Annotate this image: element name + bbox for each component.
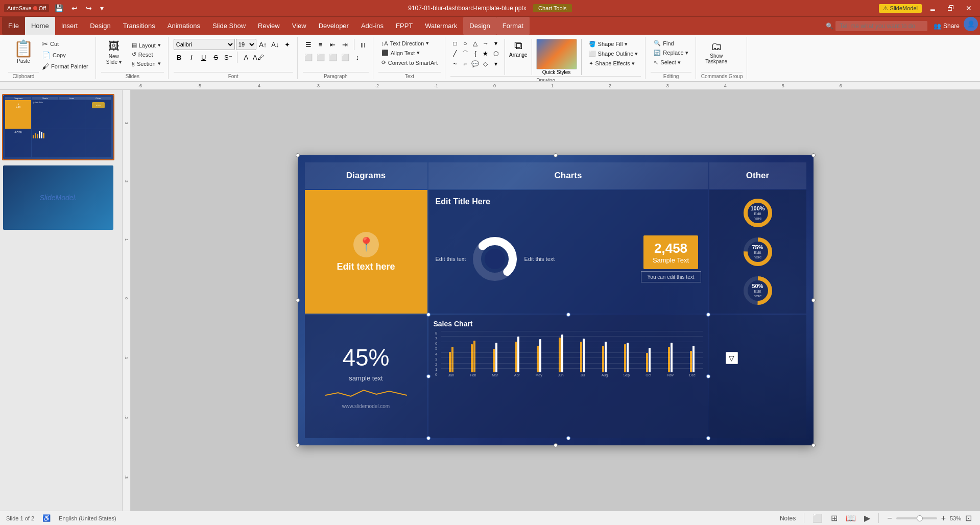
layout-button[interactable]: ▤ Layout ▾ (129, 41, 164, 50)
brace-shape[interactable]: { (471, 49, 480, 58)
shape-effects-button[interactable]: ✦ Shape Effects ▾ (586, 59, 641, 68)
chart-handle-tr[interactable] (706, 313, 710, 317)
callout-shape[interactable]: 💬 (471, 59, 480, 68)
decrease-indent-button[interactable]: ⇤ (327, 39, 339, 50)
diagrams-content-cell[interactable]: 📍 Edit text here (305, 190, 427, 314)
restore-button[interactable]: 🗗 (943, 3, 959, 13)
increase-font-button[interactable]: A↑ (257, 39, 269, 50)
quick-styles-button[interactable]: Quick Styles (536, 39, 577, 75)
chart-handle-br[interactable] (706, 436, 710, 440)
menu-chart-format[interactable]: Format (496, 17, 530, 35)
bullet-list-button[interactable]: ☰ (303, 39, 314, 50)
undo-button[interactable]: ↩ (69, 3, 80, 13)
autosave-toggle[interactable]: AutoSave Off (4, 4, 49, 12)
decrease-font-button[interactable]: A↓ (270, 39, 281, 50)
arrange-button[interactable]: ⧉ Arrange (509, 39, 528, 75)
cut-button[interactable]: ✂ Cut (39, 39, 91, 49)
menu-addins[interactable]: Add-ins (355, 17, 390, 35)
col-layout-button[interactable]: ⫼ (357, 39, 369, 50)
user-avatar[interactable]: 👤 (964, 17, 978, 31)
paste-button[interactable]: 📋 Paste (8, 37, 39, 71)
section-button[interactable]: § Section ▾ (129, 59, 164, 68)
chart-filter-button[interactable]: ▽ (726, 352, 738, 364)
arrow-shape[interactable]: → (481, 39, 490, 48)
slide-2-thumbnail[interactable]: SlideModel. (2, 164, 114, 231)
zoom-thumb[interactable] (917, 515, 923, 521)
handle-bm[interactable] (554, 443, 558, 447)
zoom-out-button[interactable]: − (885, 514, 894, 523)
slideshow-button[interactable]: ▶ (862, 513, 872, 523)
new-slide-button[interactable]: 🖼 NewSlide ▾ (101, 39, 127, 66)
menu-transitions[interactable]: Transitions (117, 17, 161, 35)
star-shape[interactable]: ★ (481, 49, 490, 58)
shape-outline-button[interactable]: ⬜ Shape Outline ▾ (586, 50, 641, 58)
chart-handle-tl[interactable] (426, 313, 431, 317)
handle-tl[interactable] (296, 153, 300, 157)
menu-home[interactable]: Home (25, 17, 55, 35)
menu-watermark[interactable]: Watermark (419, 17, 463, 35)
copy-button[interactable]: 📄 Copy (39, 50, 91, 60)
handle-tm[interactable] (554, 153, 558, 157)
chart-handle-bl[interactable] (426, 436, 431, 440)
align-right-button[interactable]: ⬜ (327, 52, 339, 63)
save-button[interactable]: 💾 (52, 3, 66, 13)
slide-sorter-button[interactable]: ⊞ (829, 513, 840, 523)
zoom-in-button[interactable]: + (939, 514, 948, 523)
flowchart-shape[interactable]: ◇ (481, 59, 490, 68)
handle-bl[interactable] (296, 443, 300, 447)
sales-chart-cell[interactable]: Sales Chart + 🖌 (428, 315, 708, 438)
font-highlight-button[interactable]: A🖊 (253, 52, 264, 63)
numbered-list-button[interactable]: ≡ (315, 39, 326, 50)
slide-1-thumbnail[interactable]: Diagrams Charts Lines Other ●Edit ◎ Edit… (2, 94, 114, 160)
line-shape[interactable]: ╱ (450, 49, 460, 58)
align-center-button[interactable]: ⬜ (315, 52, 326, 63)
justify-button[interactable]: ⬜ (340, 52, 351, 63)
notes-button[interactable]: Notes (778, 515, 798, 522)
shapes-more2[interactable]: ⬡ (491, 49, 500, 58)
find-button[interactable]: 🔍 Find (651, 39, 691, 47)
font-family-select[interactable]: Calibri (174, 39, 235, 50)
align-text-button[interactable]: ⬛ Align Text ▾ (378, 49, 441, 57)
reading-view-button[interactable]: 📖 (844, 513, 858, 523)
shape-fill-button[interactable]: 🪣 Shape Fill ▾ (586, 40, 641, 49)
charts-top-cell[interactable]: Edit Title Here Edit this text (428, 190, 708, 314)
customize-qat-button[interactable]: ▾ (98, 3, 106, 13)
menu-fppt[interactable]: FPPT (390, 17, 419, 35)
search-input[interactable] (835, 21, 927, 31)
text-shadow-button[interactable]: S⁻ (223, 52, 234, 63)
strikethrough-button[interactable]: S (210, 52, 222, 63)
menu-insert[interactable]: Insert (55, 17, 84, 35)
handle-br[interactable] (811, 443, 816, 447)
normal-view-button[interactable]: ⬜ (810, 513, 825, 523)
canvas-area[interactable]: Diagrams Charts Other 📍 Edit text here (131, 90, 980, 511)
shapes-more[interactable]: ▾ (491, 39, 500, 48)
handle-ml[interactable] (296, 298, 300, 302)
clear-format-button[interactable]: ✦ (282, 39, 293, 50)
menu-chart-design[interactable]: Design (463, 17, 496, 35)
select-button[interactable]: ↖ Select ▾ (651, 58, 691, 67)
bold-button[interactable]: B (174, 52, 185, 63)
freeform-shape[interactable]: ~ (450, 59, 460, 68)
replace-button[interactable]: 🔄 Replace ▾ (651, 49, 691, 57)
chart-handle-bm[interactable] (566, 436, 570, 440)
accessibility-button[interactable]: ♿ (40, 514, 53, 522)
fit-button[interactable]: ⊡ (963, 513, 974, 523)
handle-mr[interactable] (811, 298, 816, 302)
oval-shape[interactable]: ○ (461, 39, 470, 48)
redo-button[interactable]: ↪ (83, 3, 94, 13)
chart-handle-ml[interactable] (426, 374, 431, 378)
font-color-button[interactable]: A (241, 52, 252, 63)
align-left-button[interactable]: ⬜ (303, 52, 314, 63)
menu-animations[interactable]: Animations (161, 17, 206, 35)
curve-shape[interactable]: ⌒ (461, 49, 470, 58)
chart-handle-mr[interactable] (706, 374, 710, 378)
share-button[interactable]: 👥 Share (934, 17, 960, 35)
connector-shape[interactable]: ⌐ (461, 59, 470, 68)
minimize-button[interactable]: 🗕 (925, 3, 940, 13)
menu-design[interactable]: Design (84, 17, 116, 35)
menu-file[interactable]: File (2, 17, 25, 35)
shapes-expand[interactable]: ▾ (491, 59, 500, 68)
underline-button[interactable]: U (198, 52, 209, 63)
close-button[interactable]: ✕ (962, 3, 976, 13)
italic-button[interactable]: I (186, 52, 197, 63)
